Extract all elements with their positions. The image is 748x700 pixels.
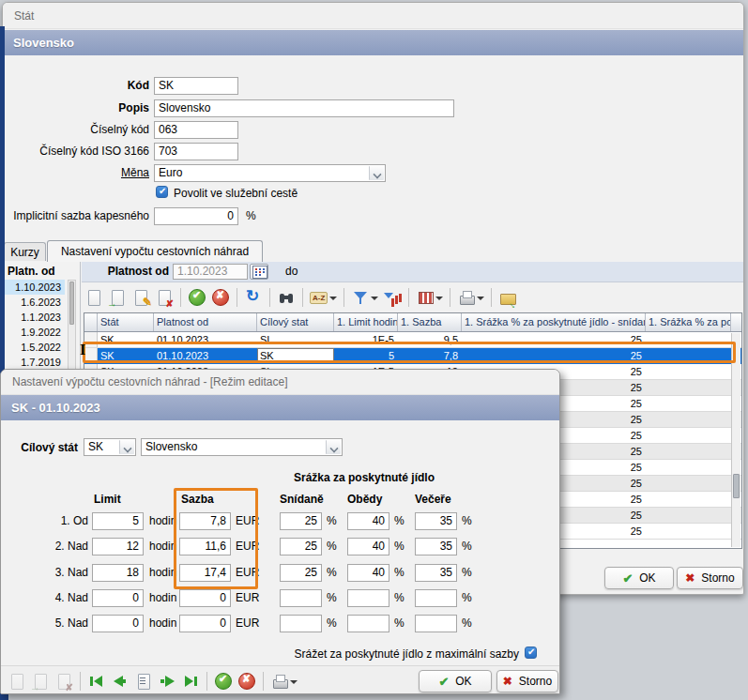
table-cell[interactable] (646, 492, 731, 507)
table-cell[interactable] (646, 396, 731, 411)
table-cell[interactable] (646, 444, 731, 459)
search-icon-button[interactable] (276, 287, 297, 308)
date-item[interactable]: 1.9.2022 (5, 325, 65, 340)
date-item[interactable]: 1.7.2019 (5, 355, 65, 370)
sazba-input[interactable]: 0 (179, 615, 231, 632)
table-cell[interactable] (646, 476, 731, 491)
filter-icon-button[interactable] (350, 287, 379, 308)
table-cell[interactable]: SK (98, 348, 154, 363)
storno-button[interactable]: Storno (677, 567, 743, 589)
print-icon-button[interactable] (269, 671, 298, 692)
limit-input[interactable]: 12 (92, 538, 144, 555)
limit-input[interactable]: 0 (92, 589, 144, 607)
table-cell[interactable] (646, 524, 731, 539)
delete-icon-button[interactable] (154, 287, 175, 308)
table-cell[interactable] (646, 508, 731, 523)
date-item[interactable]: 1.1.2023 (5, 310, 65, 325)
ok-button[interactable]: OK (419, 670, 492, 692)
table-cell[interactable]: SK (98, 332, 154, 347)
table-cell[interactable] (646, 460, 731, 475)
date-list-scrollbar[interactable] (68, 280, 76, 372)
nav-next-icon-button[interactable] (157, 671, 177, 692)
popis-input[interactable]: Slovensko (154, 99, 454, 117)
table-cell[interactable]: SK (257, 348, 334, 363)
column-header[interactable]: Platnost od (154, 313, 257, 331)
sazba-input[interactable]: 0 (179, 589, 231, 607)
refresh-icon-button[interactable] (243, 287, 264, 308)
table-cell[interactable] (646, 364, 731, 379)
column-header[interactable]: 1. Sazba (398, 313, 462, 331)
scrollbar-thumb[interactable] (733, 474, 740, 498)
snidane-input[interactable]: 25 (280, 564, 322, 582)
platnost-od-input[interactable]: 1.10.2023 (173, 264, 248, 280)
snidane-input[interactable]: 25 (280, 538, 322, 555)
obedy-input[interactable]: 40 (347, 564, 389, 582)
table-cell[interactable] (646, 332, 731, 347)
table-cell[interactable]: 01.10.2023 (154, 348, 257, 363)
tab-kurzy[interactable]: Kurzy (4, 242, 46, 261)
nav-prev-icon-button[interactable] (110, 671, 130, 692)
date-item[interactable]: 1.6.2023 (5, 295, 65, 310)
vecere-input[interactable] (415, 589, 457, 607)
srazet-checkbox[interactable] (525, 647, 537, 659)
import-icon-button[interactable] (107, 287, 128, 308)
iso-kod-input[interactable]: 703 (154, 143, 238, 160)
vecere-input[interactable]: 35 (415, 538, 457, 555)
mena-combo[interactable]: Euro (154, 164, 386, 182)
obedy-input[interactable]: 40 (347, 538, 389, 555)
date-item[interactable]: 1.5.2022 (5, 340, 65, 355)
table-scrollbar[interactable] (731, 333, 740, 547)
calendar-button[interactable] (250, 264, 268, 280)
scrollbar-thumb[interactable] (69, 282, 74, 325)
column-header[interactable]: Stát (98, 313, 154, 331)
sazba-input[interactable]: 17,4 (179, 564, 231, 582)
accept-icon-button[interactable] (213, 671, 234, 692)
obedy-input[interactable]: 40 (347, 512, 389, 530)
storno-button[interactable]: Storno (496, 670, 558, 692)
accept-icon-button[interactable] (187, 287, 207, 308)
table-cell[interactable] (646, 412, 731, 427)
sort-az-icon-button[interactable] (309, 287, 338, 308)
table-cell[interactable] (646, 380, 731, 395)
table-cell[interactable]: 9,5 (398, 332, 462, 347)
snidane-input[interactable]: 25 (280, 512, 322, 530)
table-cell[interactable]: SI (257, 332, 334, 347)
import-icon-button[interactable] (30, 671, 51, 692)
columns-icon-button[interactable] (415, 287, 444, 308)
delete-icon-button[interactable] (53, 671, 74, 692)
snidane-input[interactable] (280, 615, 322, 632)
ciselny-kod-input[interactable]: 063 (154, 121, 238, 139)
povolit-checkbox[interactable] (156, 186, 168, 198)
column-header[interactable]: Cílový stat (257, 313, 334, 331)
export-folder-icon-button[interactable] (497, 287, 518, 308)
nav-list-icon-button[interactable] (133, 671, 154, 692)
ok-button[interactable]: OK (604, 567, 674, 589)
filter-columns-icon-button[interactable] (382, 287, 403, 308)
nav-first-icon-button[interactable] (86, 671, 107, 692)
column-header[interactable]: 1. Srážka % za poskytnuté jídlo - snídan… (462, 313, 646, 331)
edit-icon-button[interactable] (130, 287, 151, 308)
snidane-input[interactable] (280, 589, 322, 607)
table-cell[interactable]: 01.10.2023 (154, 332, 257, 347)
sazba-input[interactable]: 11,6 (179, 538, 231, 555)
table-cell[interactable] (646, 428, 731, 443)
cancel-icon-button[interactable] (210, 287, 231, 308)
vecere-input[interactable]: 35 (415, 512, 457, 530)
table-cell[interactable]: 25 (462, 332, 646, 347)
kapesne-input[interactable]: 0 (154, 207, 238, 225)
table-cell[interactable]: 25 (462, 348, 646, 363)
table-cell[interactable]: 1E-5 (334, 332, 398, 347)
vecere-input[interactable] (415, 615, 457, 632)
obedy-input[interactable] (347, 589, 389, 607)
table-row[interactable]: SK01.10.2023SI1E-59,525 (84, 332, 741, 348)
nav-last-icon-button[interactable] (180, 671, 201, 692)
limit-input[interactable]: 0 (92, 615, 144, 632)
obedy-input[interactable] (347, 615, 389, 632)
new-icon-button[interactable] (84, 287, 104, 308)
cancel-icon-button[interactable] (237, 671, 257, 692)
table-cell[interactable]: 5 (334, 348, 398, 363)
table-cell[interactable]: 7,8 (398, 348, 462, 363)
column-header[interactable]: 1. Limit hodin (334, 313, 398, 331)
column-header[interactable]: 1. Srážka % za pos (646, 313, 731, 331)
date-item[interactable]: 1.10.2023 (5, 280, 65, 295)
